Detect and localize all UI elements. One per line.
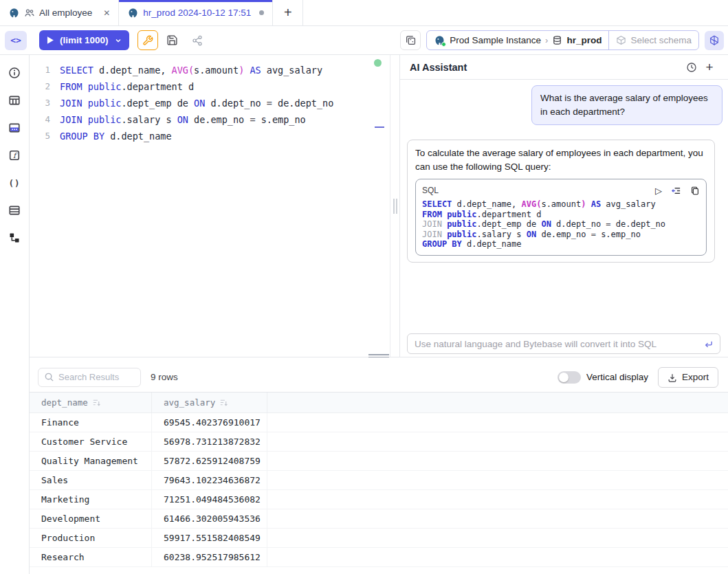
history-clock-icon[interactable] [683,58,701,76]
panel-resize-handle-horizontal[interactable] [30,357,728,362]
table-cell[interactable]: Development [30,509,152,528]
table-row[interactable]: Customer Service56978.731213872832 [30,432,728,452]
postgres-icon [8,8,20,19]
overview-ruler-mark [375,126,384,128]
table-cell[interactable]: 57872.625912408759 [152,452,267,470]
database-icon [552,35,562,45]
code-panel-toggle[interactable]: <> [5,31,27,50]
batch-query-button[interactable] [400,30,421,50]
line-number: 1 [30,62,60,78]
new-tab-button[interactable]: + [273,0,303,25]
new-chat-button[interactable]: + [701,58,718,76]
tab-hr-prod[interactable]: hr_prod 2024-10-12 17:51 [119,0,273,25]
instance-database-selector[interactable]: Prod Sample Instance › hr_prod [427,31,608,49]
assistant-message: To calculate the average salary of emplo… [407,140,715,263]
save-icon [166,34,178,46]
tab-bar: All employee ✕ hr_prod 2024-10-12 17:51 … [0,0,728,26]
schema-selector[interactable]: Select schema [608,31,698,49]
table-cell[interactable]: Research [30,548,152,566]
search-icon [44,372,54,382]
code-line: JOIN public.dept_emp de ON d.dept_no = d… [422,219,700,230]
info-icon[interactable] [5,63,24,82]
vertical-display-toggle[interactable] [558,371,581,384]
sql-code-block: SQL ▷ SELECT d.dept_name, AVG(s. [415,179,707,256]
table-cell[interactable]: 61466.302005943536 [152,509,267,528]
code-line: 2FROM public.department d [30,78,390,95]
ai-assistant-button[interactable] [705,31,724,50]
table-cell[interactable]: Sales [30,471,152,489]
ai-prompt-input[interactable] [408,339,720,349]
format-wrench-button[interactable] [137,30,158,50]
save-button[interactable] [162,30,183,50]
schema-diagram-icon[interactable] [5,118,24,137]
return-icon[interactable] [703,339,714,349]
run-label: (limit 1000) [60,35,109,45]
database-name: hr_prod [566,35,602,45]
sql-editor[interactable]: 1SELECT d.dept_name, AVG(s.amount) AS av… [30,55,390,357]
table-cell[interactable]: 59917.551582408549 [152,529,267,547]
assistant-intro-text: To calculate the average salary of emplo… [415,148,703,172]
results-search-box[interactable] [38,368,141,387]
openai-icon [708,34,720,47]
batch-icon [405,34,417,46]
code-line: FROM public.department d [422,210,700,220]
table-row[interactable]: Sales79643.102234636872 [30,471,728,490]
column-header-dept-name[interactable]: dept_name [30,393,152,412]
svg-text:f: f [13,151,18,160]
run-query-button[interactable]: (limit 1000) [39,30,129,50]
column-header-avg-salary[interactable]: avg_salary [152,393,267,412]
cube-icon [616,35,626,45]
table-cell[interactable]: 79643.102234636872 [152,471,267,489]
line-number: 2 [30,78,60,95]
table-cell[interactable]: Marketing [30,490,152,509]
procedures-icon[interactable]: () [5,173,24,192]
code-line: JOIN public.salary s ON de.emp_no = s.em… [422,230,700,240]
results-panel: 9 rows Vertical display Export dept_name [30,362,728,574]
table-cell[interactable]: Finance [30,413,152,432]
table-row[interactable]: Marketing71251.049484536082 [30,490,728,509]
results-table-header: dept_name avg_salary [30,393,728,413]
table-row[interactable]: Development61466.302005943536 [30,509,728,529]
search-results-input[interactable] [58,372,135,382]
tab-all-employee[interactable]: All employee ✕ [0,0,119,25]
table-row[interactable]: Research60238.952517985612 [30,548,728,567]
table-cell[interactable]: 60238.952517985612 [152,548,267,566]
table-row[interactable]: Finance69545.402376910017 [30,413,728,432]
table-row[interactable]: Quality Management57872.625912408759 [30,452,728,471]
vertical-display-label: Vertical display [586,372,648,382]
dependencies-icon[interactable] [5,228,24,247]
shared-sheet-icon [24,8,35,19]
table-cell[interactable]: Quality Management [30,452,152,470]
code-line: 1SELECT d.dept_name, AVG(s.amount) AS av… [30,62,390,78]
instance-status-dot [441,42,446,47]
close-icon[interactable]: ✕ [103,8,110,18]
insert-into-editor-icon[interactable] [671,186,681,196]
table-cell[interactable]: Customer Service [30,432,152,451]
tables-icon[interactable] [5,91,24,110]
functions-icon[interactable]: f [5,146,24,165]
drag-grip-icon [393,199,397,214]
table-cell[interactable]: 71251.049484536082 [152,490,267,509]
drag-grip-icon [368,354,389,357]
unsaved-dot-icon [259,10,264,15]
left-sidebar: f () [0,55,30,574]
code-line: GROUP BY d.dept_name [422,239,700,250]
table-row[interactable]: Production59917.551582408549 [30,529,728,548]
share-button[interactable] [187,30,208,50]
ai-assistant-panel: AI Assistant + What is the average salar… [400,55,728,357]
table-cell[interactable]: Production [30,529,152,547]
export-label: Export [682,372,709,382]
table-cell[interactable]: 56978.731213872832 [152,432,267,451]
instance-name: Prod Sample Instance [450,35,541,45]
schema-placeholder: Select schema [630,35,692,45]
copy-icon[interactable] [690,186,700,196]
download-icon [668,373,677,382]
panel-resize-handle-vertical[interactable] [390,55,400,357]
ai-input-row [400,333,728,357]
external-tables-icon[interactable] [5,201,24,220]
table-cell[interactable]: 69545.402376910017 [152,413,267,432]
ai-chat-area: What is the average salary of employees … [400,80,728,333]
export-button[interactable]: Export [658,367,718,388]
run-code-icon[interactable]: ▷ [655,186,662,195]
postgres-icon [127,8,139,19]
